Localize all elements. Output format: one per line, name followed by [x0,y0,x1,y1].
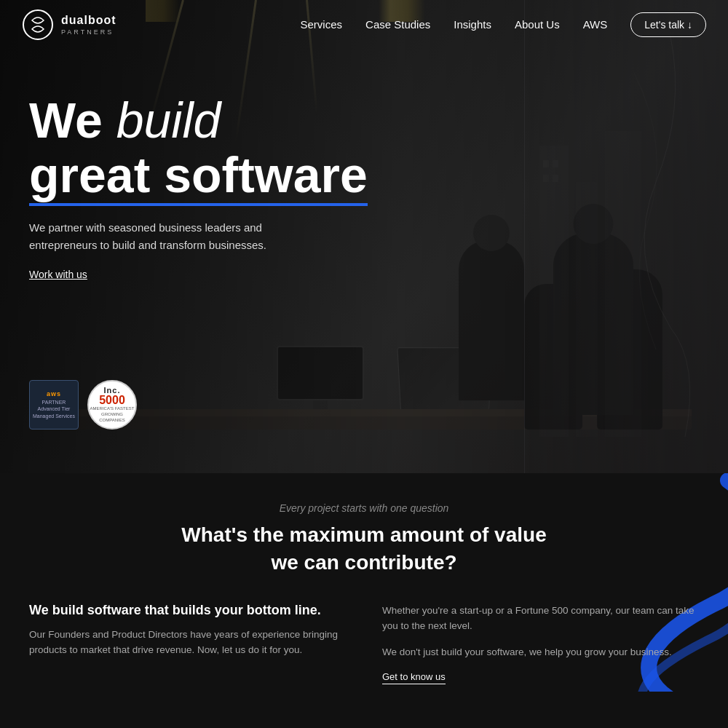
inc-badge: Inc. 5000 AMERICA'S FASTESTGROWING COMPA… [87,380,137,430]
work-with-us-link[interactable]: Work with us [29,269,87,280]
inc-sub-label: AMERICA'S FASTESTGROWING COMPANIES [89,406,135,423]
nav-item-case-studies[interactable]: Case Studies [365,18,430,31]
bottom-section: Every project starts with one question W… [0,473,728,728]
nav-item-services[interactable]: Services [301,18,343,31]
section-tag: Every project starts with one question [29,502,699,514]
left-column-title: We build software that builds your botto… [29,603,346,618]
aws-logo-text: aws [47,390,61,397]
logo-icon [22,9,54,41]
left-column-body: Our Founders and Product Directors have … [29,627,346,658]
right-body-1: Whether you're a start-up or a Fortune 5… [382,603,699,634]
badges-area: aws PARTNERAdvanced TierManaged Services… [29,380,137,430]
lets-talk-button[interactable]: Let's talk ↓ [630,12,706,37]
logo-text: dualboot PARTNERS [61,13,116,36]
section-heading: What's the maximum amount of value we ca… [29,521,699,577]
headline-plain: We build [29,92,221,148]
aws-partner-label: PARTNERAdvanced TierManaged Services [33,399,75,419]
hero-headline-line2: great software [29,149,368,201]
left-column: We build software that builds your botto… [29,603,346,658]
nav-links: Services Case Studies Insights About Us … [301,12,706,37]
right-column: Whether you're a start-up or a Fortune 5… [382,603,699,685]
nav-item-about[interactable]: About Us [515,18,560,31]
hero-content: We build great software We partner with … [29,95,368,281]
bottom-content: Every project starts with one question W… [0,473,728,684]
get-to-know-button[interactable]: Get to know us [382,671,446,684]
navbar: dualboot PARTNERS Services Case Studies … [0,0,728,50]
right-body-2: We don't just build your software, we he… [382,644,699,660]
aws-badge: aws PARTNERAdvanced TierManaged Services [29,380,79,430]
svg-point-0 [23,10,52,39]
two-column-layout: We build software that builds your botto… [29,603,699,685]
hero-subtext: We partner with seasoned business leader… [29,219,269,254]
inc-5000: 5000 [99,395,125,406]
logo[interactable]: dualboot PARTNERS [22,9,116,41]
nav-item-aws[interactable]: AWS [583,18,608,31]
nav-item-insights[interactable]: Insights [454,18,491,31]
hero-section: We build great software We partner with … [0,0,728,473]
hero-headline: We build [29,95,368,146]
headline-italic: build [116,92,221,148]
